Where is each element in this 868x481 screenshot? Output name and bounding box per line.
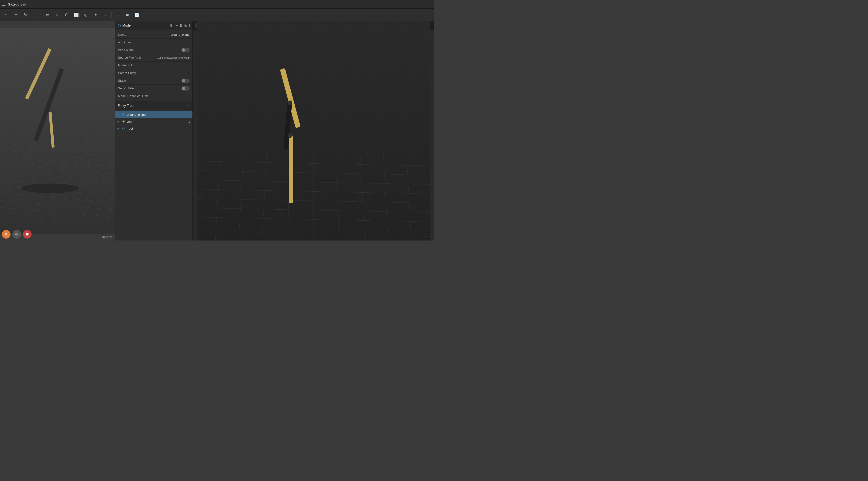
prop-self-collide-row: Self Collide bbox=[115, 85, 192, 92]
svg-point-22 bbox=[22, 183, 79, 193]
ellipsoid-tool-btn[interactable]: ◍ bbox=[82, 10, 90, 19]
prop-source-value: .../gz-sim7/worlds/empty.sdf bbox=[157, 56, 190, 59]
prop-static-row: Static bbox=[115, 77, 192, 85]
properties-list: Name ground_plane ▶ + Pose Wind Mode Sou… bbox=[115, 30, 192, 101]
sun-expand-icon: ▶ bbox=[118, 120, 120, 123]
left-viewport[interactable]: ⏸ ⏭ ⏹ 98.44 % bbox=[0, 21, 115, 241]
prop-wind-row: Wind Mode bbox=[115, 46, 192, 54]
static-toggle[interactable] bbox=[182, 79, 190, 83]
toolbar: ↖ ✛ ↻ ◌ ▭ ○ ⬡ ⬜ ◍ ✦ ⌗ ⊙ ⏺ 📄 bbox=[0, 9, 434, 21]
entity-tree-header: Entity Tree + bbox=[115, 101, 192, 110]
sphere-tool-btn[interactable]: ○ bbox=[53, 10, 62, 19]
prop-name-value: ground_plane bbox=[170, 33, 190, 36]
ground-plane-expand-icon: ▶ bbox=[118, 113, 120, 116]
prop-source-row: Source File Path .../gz-sim7/worlds/empt… bbox=[115, 54, 192, 62]
scale-tool-btn[interactable]: ◌ bbox=[31, 10, 39, 19]
rrbot-icon: ⬡ bbox=[121, 126, 126, 130]
prop-static-label: Static bbox=[118, 79, 182, 82]
entity-label: Entity 4 bbox=[180, 24, 190, 27]
rrbot-label: rrbot bbox=[127, 127, 133, 130]
ground-plane-icon: ⬡ bbox=[121, 113, 126, 116]
more-icon[interactable]: ⋮ bbox=[428, 2, 432, 7]
prop-canonical-link-row: Model Canonical Link bbox=[115, 92, 192, 100]
zoom-level: 98.44 % bbox=[101, 235, 112, 239]
panel-add-btn[interactable]: + bbox=[175, 23, 179, 28]
prop-name-row: Name ground_plane bbox=[115, 31, 192, 38]
left-viewport-canvas bbox=[0, 21, 115, 241]
right-viewport[interactable]: ⊕ Move Camera ↖ Select ◎ Focus Camera ⟷ … bbox=[193, 21, 434, 241]
log-btn[interactable]: 📄 bbox=[133, 10, 141, 19]
entity-tree-title: Entity Tree bbox=[118, 104, 184, 108]
app-title: Gazebo Sim bbox=[8, 2, 26, 6]
mesh-tool-btn[interactable]: ⌗ bbox=[101, 10, 110, 19]
svg-point-43 bbox=[288, 133, 292, 138]
entity-tree-add-btn[interactable]: + bbox=[186, 103, 190, 108]
sun-badge: 1 bbox=[188, 120, 190, 123]
sun-label: sun bbox=[127, 120, 132, 123]
prop-source-label: Source File Path bbox=[118, 56, 157, 59]
svg-point-44 bbox=[288, 100, 292, 105]
capsule-tool-btn[interactable]: ⬜ bbox=[72, 10, 81, 19]
svg-rect-0 bbox=[0, 28, 115, 234]
tree-item-rrbot[interactable]: ▶ ⬡ rrbot bbox=[115, 125, 192, 132]
tree-item-ground-plane[interactable]: ▶ ⬡ ground_plane bbox=[115, 111, 192, 118]
entity-tree-items: ▶ ⬡ ground_plane ▶ ☀ sun 1 ▶ ⬡ rrbot bbox=[115, 110, 192, 241]
prop-parent-entity-value: 1 bbox=[188, 71, 190, 75]
model-header-controls: — ⏸ + Entity 4 bbox=[162, 23, 190, 28]
light-tool-btn[interactable]: ✦ bbox=[91, 10, 100, 19]
prop-self-collide-label: Self Collide bbox=[118, 87, 182, 90]
rrbot-expand-icon: ▶ bbox=[118, 127, 120, 130]
select-tool-btn[interactable]: ↖ bbox=[2, 10, 10, 19]
sun-icon: ☀ bbox=[121, 120, 126, 123]
menu-icon[interactable]: ☰ bbox=[2, 2, 6, 7]
model-title: Model bbox=[122, 24, 131, 27]
ground-plane-label: ground_plane bbox=[127, 113, 146, 116]
viewport-bottom-bar: 98.44 % bbox=[0, 235, 115, 239]
video-btn[interactable]: ⏺ bbox=[123, 10, 132, 19]
toolbar-divider-2 bbox=[111, 11, 112, 18]
pose-expand-icon: ▶ bbox=[118, 41, 120, 43]
translate-tool-btn[interactable]: ✛ bbox=[11, 10, 20, 19]
screenshot-btn[interactable]: ⊙ bbox=[114, 10, 122, 19]
model-header: ⬡ Model — ⏸ + Entity 4 bbox=[115, 21, 192, 30]
prop-wind-label: Wind Mode bbox=[118, 48, 182, 52]
toolbar-divider-1 bbox=[41, 11, 41, 18]
panel-pin-btn[interactable]: — bbox=[162, 23, 167, 28]
prop-pose-row[interactable]: ▶ + Pose bbox=[115, 38, 192, 46]
side-panel: ⬡ Model — ⏸ + Entity 4 Name ground_plane… bbox=[115, 21, 193, 241]
cylinder-tool-btn[interactable]: ⬡ bbox=[62, 10, 71, 19]
panel-pause-btn[interactable]: ⏸ bbox=[168, 23, 174, 28]
self-collide-toggle[interactable] bbox=[182, 86, 190, 91]
model-icon: ⬡ bbox=[118, 23, 121, 28]
prop-canonical-link-label: Model Canonical Link bbox=[118, 94, 190, 98]
rotate-tool-btn[interactable]: ↻ bbox=[21, 10, 30, 19]
prop-name-label: Name bbox=[118, 33, 170, 36]
prop-pose-label: + Pose bbox=[121, 40, 131, 44]
prop-parent-entity-row: Parent Entity 1 bbox=[115, 69, 192, 77]
fps-label: 31 fps bbox=[424, 236, 432, 239]
main-layout: ⏸ ⏭ ⏹ 98.44 % ⬡ Model — ⏸ + Entity 4 Nam… bbox=[0, 21, 434, 241]
prop-model-sdf-label: Model Sdf bbox=[118, 63, 190, 67]
top-bar: ☰ Gazebo Sim ⋮ bbox=[0, 0, 434, 9]
prop-model-sdf-row: Model Sdf bbox=[115, 62, 192, 69]
tree-item-sun[interactable]: ▶ ☀ sun 1 bbox=[115, 118, 192, 125]
svg-rect-42 bbox=[289, 136, 293, 203]
right-viewport-canvas bbox=[193, 21, 434, 241]
box-tool-btn[interactable]: ▭ bbox=[43, 10, 52, 19]
prop-parent-entity-label: Parent Entity bbox=[118, 71, 188, 75]
wind-mode-toggle[interactable] bbox=[182, 48, 190, 52]
